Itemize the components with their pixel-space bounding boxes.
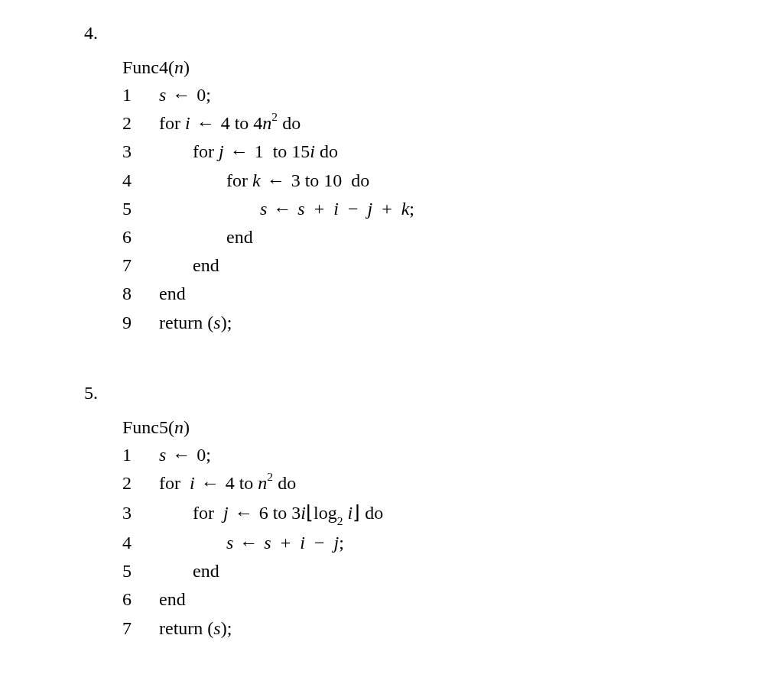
algorithm-line: 7end: [122, 251, 783, 280]
algorithm-line: 5end: [122, 557, 783, 585]
code-indent-wrap: for j ← 1 to 15i do: [159, 138, 338, 166]
line-number: 7: [122, 251, 159, 280]
algorithm-line: 1s ← 0;: [122, 81, 783, 109]
line-number: 1: [122, 441, 159, 469]
algorithm-line: 9return (s);: [122, 309, 783, 337]
problem-number: 5.: [84, 383, 783, 403]
algorithm-block: Func4(n)1s ← 0;2for i ← 4 to 4n2 do3for …: [122, 57, 783, 337]
code-indent-wrap: end: [159, 251, 219, 280]
line-number: 4: [122, 167, 159, 195]
line-number: 5: [122, 195, 159, 223]
line-number: 6: [122, 223, 159, 251]
code-indent-wrap: return (s);: [159, 309, 232, 337]
code-text: end: [193, 255, 219, 275]
code-indent-wrap: end: [159, 280, 186, 308]
code-indent-wrap: for j ← 6 to 3i⌊log2 i⌋ do: [159, 497, 383, 529]
code-text: end: [159, 589, 186, 609]
code-indent-wrap: for i ← 4 to 4n2 do: [159, 109, 301, 138]
algorithm-line: 8end: [122, 280, 783, 308]
algorithm-line: 6end: [122, 223, 783, 251]
code-indent-wrap: s ← s + i − j;: [159, 529, 344, 557]
code-indent-wrap: end: [159, 557, 219, 585]
code-text: s ← 0;: [159, 445, 211, 465]
code-indent-wrap: for i ← 4 to n2 do: [159, 469, 296, 497]
page-root: 4.Func4(n)1s ← 0;2for i ← 4 to 4n2 do3fo…: [0, 0, 783, 643]
algorithm-line: 2for i ← 4 to n2 do: [122, 469, 783, 497]
line-number: 8: [122, 280, 159, 308]
code-text: end: [193, 561, 219, 581]
code-text: for k ← 3 to 10 do: [226, 170, 369, 190]
line-number: 3: [122, 138, 159, 166]
line-number: 9: [122, 309, 159, 337]
code-text: for j ← 1 to 15i do: [193, 141, 338, 161]
algorithm-line: 7return (s);: [122, 614, 783, 643]
code-indent-wrap: for k ← 3 to 10 do: [159, 167, 369, 195]
code-text: return (s);: [159, 618, 232, 638]
code-text: s ← 0;: [159, 85, 211, 105]
algorithm-line: 2for i ← 4 to 4n2 do: [122, 109, 783, 138]
code-indent-wrap: return (s);: [159, 614, 232, 643]
code-indent-wrap: end: [159, 585, 186, 614]
algorithm-line: 3for j ← 6 to 3i⌊log2 i⌋ do: [122, 497, 783, 529]
algorithm-title: Func5(n): [122, 417, 783, 438]
code-text: s ← s + i − j + k;: [260, 199, 414, 219]
algorithm-line: 6end: [122, 585, 783, 614]
algorithm-line: 3for j ← 1 to 15i do: [122, 138, 783, 166]
code-indent-wrap: s ← 0;: [159, 441, 211, 469]
line-number: 2: [122, 469, 159, 497]
algorithm-line: 5s ← s + i − j + k;: [122, 195, 783, 223]
line-number: 5: [122, 557, 159, 585]
algorithm-title: Func4(n): [122, 57, 783, 78]
code-indent-wrap: end: [159, 223, 253, 251]
code-text: for i ← 4 to 4n2 do: [159, 113, 301, 133]
line-number: 7: [122, 614, 159, 643]
code-indent-wrap: s ← s + i − j + k;: [159, 195, 414, 223]
code-text: for j ← 6 to 3i⌊log2 i⌋ do: [193, 503, 383, 523]
line-number: 4: [122, 529, 159, 557]
code-text: s ← s + i − j;: [226, 533, 344, 553]
line-number: 2: [122, 109, 159, 138]
line-number: 1: [122, 81, 159, 109]
algorithm-line: 1s ← 0;: [122, 441, 783, 469]
code-text: end: [159, 284, 186, 303]
line-number: 6: [122, 585, 159, 614]
algorithm-line: 4s ← s + i − j;: [122, 529, 783, 557]
problem-number: 4.: [84, 23, 783, 44]
code-text: end: [226, 227, 253, 247]
algorithm-block: Func5(n)1s ← 0;2for i ← 4 to n2 do3for j…: [122, 417, 783, 643]
code-text: return (s);: [159, 313, 232, 332]
line-number: 3: [122, 499, 159, 527]
code-text: for i ← 4 to n2 do: [159, 473, 296, 493]
code-indent-wrap: s ← 0;: [159, 81, 211, 109]
algorithm-line: 4for k ← 3 to 10 do: [122, 167, 783, 195]
